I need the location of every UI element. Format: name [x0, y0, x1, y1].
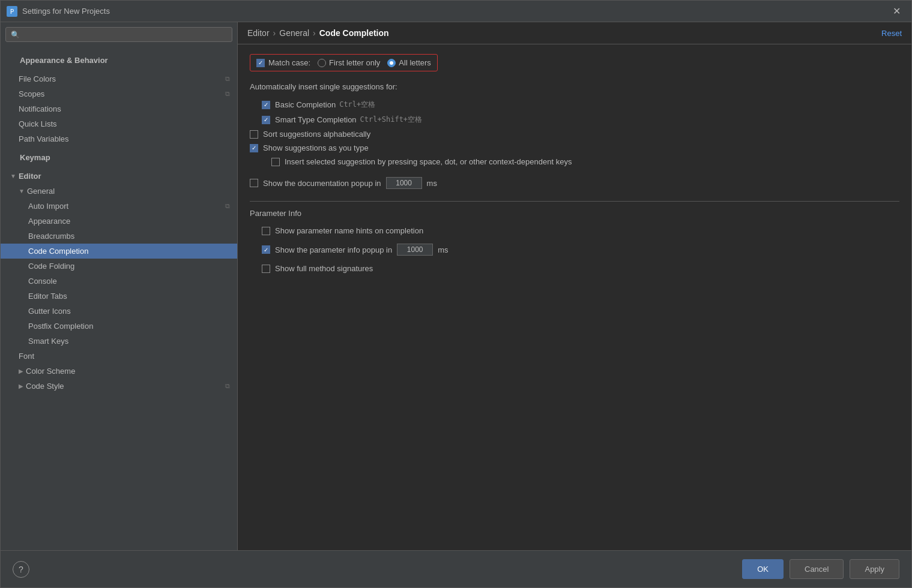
search-box[interactable]: 🔍 — [5, 27, 232, 42]
sidebar-item-console[interactable]: Console — [1, 274, 237, 289]
sidebar-item-path-variables[interactable]: Path Variables — [1, 131, 237, 146]
sidebar-item-code-style[interactable]: ▶ Code Style ⧉ — [1, 379, 237, 394]
smart-completion-row: Smart Type Completion Ctrl+Shift+空格 — [250, 112, 899, 127]
search-input[interactable] — [23, 30, 227, 39]
copy-icon: ⧉ — [225, 75, 230, 83]
sidebar-item-appearance-behavior[interactable]: Appearance & Behavior — [1, 49, 237, 71]
sidebar-item-smart-keys[interactable]: Smart Keys — [1, 334, 237, 349]
nav-tree: Appearance & Behavior File Colors ⧉ Scop… — [1, 47, 237, 550]
item-label: Gutter Icons — [28, 307, 71, 316]
sidebar-item-code-completion[interactable]: Code Completion — [1, 244, 237, 259]
full-signatures-checkbox[interactable] — [262, 265, 270, 273]
item-label: General — [27, 187, 55, 196]
arrow-icon: ▼ — [19, 188, 25, 194]
sidebar-item-editor-tabs[interactable]: Editor Tabs — [1, 289, 237, 304]
item-label: Path Variables — [19, 134, 69, 143]
basic-completion-shortcut: Ctrl+空格 — [339, 100, 375, 110]
param-info-popup-text-before: Show the parameter info popup in — [275, 245, 392, 254]
match-case-text: Match case: — [268, 58, 310, 67]
sidebar-item-breadcrumbs[interactable]: Breadcrumbs — [1, 229, 237, 244]
footer: ? OK Cancel Apply — [1, 550, 911, 587]
smart-completion-checkbox[interactable] — [262, 116, 270, 124]
sidebar-item-scopes[interactable]: Scopes ⧉ — [1, 86, 237, 101]
breadcrumb-editor: Editor — [247, 28, 270, 38]
show-suggestions-label: Show suggestions as you type — [263, 143, 369, 152]
insert-suggestion-label: Insert selected suggestion by pressing s… — [285, 157, 572, 166]
sidebar-item-auto-import[interactable]: Auto Import ⧉ — [1, 199, 237, 214]
sidebar-item-editor[interactable]: ▼ Editor — [1, 169, 237, 184]
footer-buttons: OK Cancel Apply — [742, 559, 899, 579]
radio-btn-all-letters[interactable] — [387, 59, 396, 67]
doc-popup-checkbox[interactable] — [250, 179, 258, 187]
reset-link[interactable]: Reset — [881, 29, 902, 38]
param-name-hints-row: Show parameter name hints on completion — [250, 224, 899, 238]
sidebar-item-code-folding[interactable]: Code Folding — [1, 259, 237, 274]
param-info-popup-label: Show the parameter info popup in — [275, 245, 392, 254]
param-name-hints-checkbox[interactable] — [262, 227, 270, 235]
help-button[interactable]: ? — [13, 561, 29, 578]
radio-btn-first-letter[interactable] — [318, 59, 326, 67]
sidebar-item-quick-lists[interactable]: Quick Lists — [1, 116, 237, 131]
sidebar-item-postfix-completion[interactable]: Postfix Completion — [1, 319, 237, 334]
doc-popup-ms: ms — [427, 179, 437, 188]
doc-popup-row: Show the documentation popup in ms — [250, 175, 899, 191]
item-label: File Colors — [19, 74, 56, 83]
radio-first-letter-text: First letter only — [329, 58, 380, 67]
item-label: Breadcrumbs — [28, 232, 74, 241]
smart-completion-text: Smart Type Completion — [275, 115, 357, 124]
section-label: Appearance & Behavior — [10, 52, 118, 68]
section-label: Editor — [19, 172, 41, 181]
param-name-hints-label: Show parameter name hints on completion — [275, 226, 423, 235]
match-case-label[interactable]: Match case: — [256, 58, 310, 67]
radio-first-letter[interactable]: First letter only — [318, 58, 380, 67]
arrow-icon: ▶ — [19, 383, 23, 389]
section-divider — [250, 201, 899, 202]
search-icon: 🔍 — [11, 31, 20, 39]
sidebar-item-general[interactable]: ▼ General — [1, 184, 237, 199]
sort-alpha-row: Sort suggestions alphabetically — [250, 127, 899, 141]
breadcrumb-sep-1: › — [273, 28, 276, 38]
insert-suggestion-checkbox[interactable] — [271, 158, 280, 166]
cancel-button[interactable]: Cancel — [790, 559, 844, 579]
item-label: Appearance — [28, 217, 70, 226]
sidebar-item-color-scheme[interactable]: ▶ Color Scheme — [1, 364, 237, 379]
sidebar-item-keymap[interactable]: Keymap — [1, 146, 237, 169]
item-label: Console — [28, 277, 57, 286]
radio-all-letters[interactable]: All letters — [387, 58, 430, 67]
show-suggestions-checkbox[interactable] — [250, 144, 258, 152]
sidebar-item-file-colors[interactable]: File Colors ⧉ — [1, 71, 237, 86]
window-title: Settings for New Projects — [22, 7, 888, 16]
param-info-popup-ms: ms — [438, 245, 448, 254]
main-panel: Editor › General › Code Completion Reset… — [238, 22, 911, 550]
match-case-checkbox[interactable] — [256, 59, 265, 67]
sidebar-item-font[interactable]: Font — [1, 349, 237, 364]
param-info-title: Parameter Info — [250, 209, 899, 218]
sidebar-item-notifications[interactable]: Notifications — [1, 101, 237, 116]
param-info-popup-value[interactable] — [397, 244, 433, 256]
close-button[interactable]: ✕ — [888, 3, 905, 19]
show-suggestions-row: Show suggestions as you type — [250, 141, 899, 155]
basic-completion-text: Basic Completion — [275, 100, 336, 109]
auto-insert-section: Automatically insert single suggestions … — [250, 80, 899, 94]
insert-suggestion-text: Insert selected suggestion by pressing s… — [285, 157, 572, 166]
radio-all-letters-text: All letters — [399, 58, 430, 67]
basic-completion-checkbox[interactable] — [262, 101, 270, 109]
doc-popup-value[interactable] — [386, 177, 422, 189]
settings-content: Match case: First letter only All letter… — [238, 44, 911, 550]
radio-group: First letter only All letters — [318, 58, 431, 67]
item-label: Quick Lists — [19, 119, 57, 128]
ok-button[interactable]: OK — [742, 559, 784, 579]
item-label: Auto Import — [28, 202, 68, 211]
sort-alpha-checkbox[interactable] — [250, 130, 258, 139]
arrow-icon: ▶ — [19, 368, 23, 374]
param-info-popup-checkbox[interactable] — [262, 245, 270, 254]
sidebar-item-gutter-icons[interactable]: Gutter Icons — [1, 304, 237, 319]
sidebar-item-appearance[interactable]: Appearance — [1, 214, 237, 229]
item-label: Notifications — [19, 104, 61, 113]
param-name-hints-text: Show parameter name hints on completion — [275, 226, 423, 235]
doc-popup-label: Show the documentation popup in — [263, 179, 381, 188]
breadcrumb-sep-2: › — [313, 28, 316, 38]
basic-completion-label: Basic Completion Ctrl+空格 — [275, 100, 375, 110]
show-suggestions-text: Show suggestions as you type — [263, 143, 369, 152]
apply-button[interactable]: Apply — [850, 559, 899, 579]
